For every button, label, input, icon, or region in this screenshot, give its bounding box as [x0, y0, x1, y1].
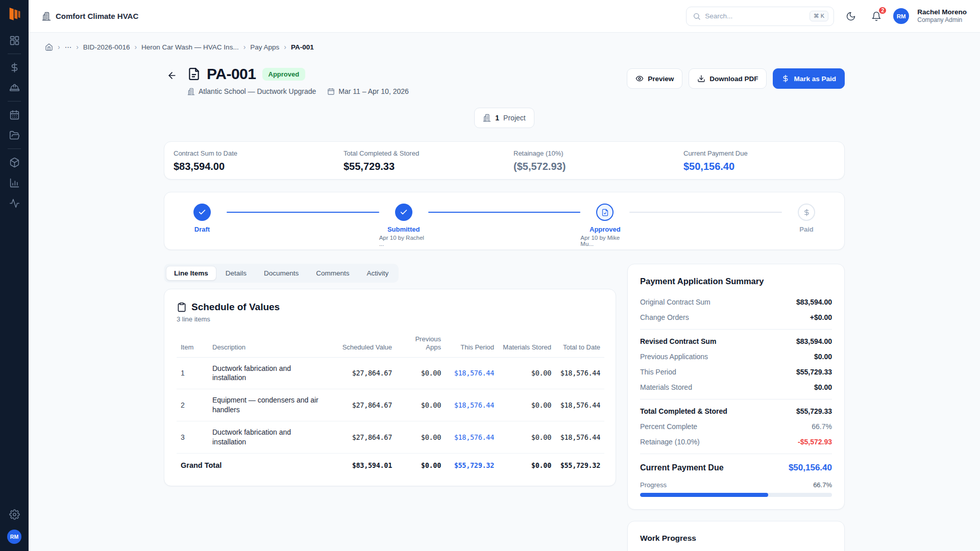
- progress-value: 66.7%: [813, 481, 832, 489]
- stat-label: Retainage (10%): [513, 149, 665, 157]
- status-stepper: Draft Submitted Apr 10 by Rachel ... App…: [164, 192, 845, 250]
- row-value: 66.7%: [812, 422, 832, 431]
- tab-line-items[interactable]: Line Items: [166, 266, 216, 281]
- project-count-chip[interactable]: 1 Project: [474, 108, 534, 128]
- app-logo-icon[interactable]: [6, 6, 22, 22]
- cell-scheduled: $27,864.67: [336, 389, 396, 421]
- nav-reports-icon[interactable]: [4, 172, 24, 193]
- status-badge: Approved: [262, 68, 306, 81]
- project-link[interactable]: Atlantic School — Ductwork Upgrade: [187, 87, 316, 95]
- cell-scheduled: $83,594.01: [336, 453, 396, 473]
- nav-dashboard-icon[interactable]: [4, 30, 24, 51]
- cell-this-period: $18,576.44: [445, 357, 498, 389]
- breadcrumb-overflow[interactable]: ⋯: [65, 43, 72, 51]
- global-search[interactable]: ⌘ K: [686, 7, 834, 26]
- sidebar-avatar[interactable]: RM: [7, 530, 21, 544]
- step-connector: [428, 212, 581, 213]
- summary-row-materials-stored: Materials Stored $0.00: [640, 380, 832, 395]
- cell-total: $18,576.44: [555, 421, 604, 454]
- tab-comments[interactable]: Comments: [308, 266, 357, 281]
- table-row[interactable]: 3 Ductwork fabrication and installation …: [177, 421, 604, 454]
- tab-documents[interactable]: Documents: [256, 266, 307, 281]
- back-button[interactable]: [164, 67, 180, 84]
- cell-scheduled: $27,864.67: [336, 357, 396, 389]
- cell-description: Equipment — condensers and air handlers: [208, 389, 336, 421]
- cell-this-period: $55,729.32: [445, 453, 498, 473]
- search-icon: [693, 12, 701, 20]
- mark-as-paid-button-label: Mark as Paid: [794, 75, 836, 83]
- project-name: Atlantic School — Ductwork Upgrade: [199, 87, 316, 95]
- cell-total: $18,576.44: [555, 389, 604, 421]
- breadcrumb-item-project[interactable]: Heron Car Wash — HVAC Ins...: [141, 43, 239, 51]
- cell-item: 2: [177, 389, 208, 421]
- row-value: $83,594.00: [796, 337, 832, 345]
- cell-this-period: $18,576.44: [445, 389, 498, 421]
- row-value: $0.00: [814, 383, 832, 391]
- tab-activity[interactable]: Activity: [359, 266, 397, 281]
- breadcrumb-item-payapps[interactable]: Pay Apps: [250, 43, 279, 51]
- summary-row-total-completed: Total Completed & Stored $55,729.33: [640, 404, 832, 419]
- work-progress-card: Work Progress 66.7% Work Completion: [627, 521, 845, 551]
- summary-strip: Contract Sum to Date $83,594.00 Total Co…: [164, 141, 845, 180]
- cell-materials: $0.00: [498, 453, 555, 473]
- breadcrumb-item-bid[interactable]: BID-2026-0016: [83, 43, 130, 51]
- stat-label: Contract Sum to Date: [174, 149, 325, 157]
- notifications-button[interactable]: 2: [868, 8, 885, 25]
- nav-settings-icon[interactable]: [4, 504, 24, 524]
- nav-calendar-icon[interactable]: [4, 105, 24, 125]
- nav-activity-icon[interactable]: [4, 193, 24, 213]
- nav-finance-icon[interactable]: [4, 57, 24, 78]
- sov-header-row: Item Description Scheduled Value Previou…: [177, 331, 604, 357]
- cell-materials: $0.00: [498, 357, 555, 389]
- step-submitted-check-icon: [395, 204, 412, 221]
- document-icon: [187, 67, 201, 81]
- preview-button-label: Preview: [648, 75, 674, 83]
- row-label: Percent Complete: [640, 422, 697, 431]
- arrow-left-icon: [167, 70, 177, 81]
- stat-label: Total Completed & Stored: [344, 149, 495, 157]
- col-this-period: This Period: [445, 331, 498, 357]
- page-title: PA-001: [207, 65, 256, 83]
- user-name: Rachel Moreno: [917, 8, 967, 16]
- download-pdf-button-label: Download PDF: [709, 75, 758, 83]
- row-label: This Period: [640, 368, 676, 376]
- row-value: $0.00: [814, 353, 832, 361]
- step-approved-file-check-icon: [596, 204, 614, 221]
- row-label: Revised Contract Sum: [640, 337, 716, 345]
- cell-description: Ductwork fabrication and installation: [208, 421, 336, 454]
- user-avatar[interactable]: RM: [893, 8, 909, 24]
- eye-icon: [635, 74, 644, 83]
- preview-button[interactable]: Preview: [627, 68, 682, 89]
- stat-label: Current Payment Due: [683, 149, 835, 157]
- nav-projects-icon[interactable]: [4, 78, 24, 98]
- user-menu[interactable]: Rachel Moreno Company Admin: [917, 8, 967, 24]
- table-row[interactable]: 1 Ductwork fabrication and installation …: [177, 357, 604, 389]
- step-label: Paid: [799, 226, 813, 233]
- cell-total: $18,576.44: [555, 357, 604, 389]
- search-input[interactable]: [705, 12, 805, 20]
- nav-materials-icon[interactable]: [4, 152, 24, 172]
- company-name: Comfort Climate HVAC: [56, 12, 138, 20]
- cell-previous: $0.00: [396, 389, 445, 421]
- download-pdf-button[interactable]: Download PDF: [689, 68, 767, 89]
- col-item: Item: [177, 331, 208, 357]
- row-label: Materials Stored: [640, 383, 692, 391]
- breadcrumb-separator: ›: [76, 43, 79, 51]
- table-row[interactable]: 2 Equipment — condensers and air handler…: [177, 389, 604, 421]
- summary-row-current-payment-due: Current Payment Due $50,156.40: [640, 458, 832, 475]
- step-label: Draft: [194, 226, 210, 233]
- sov-title: Schedule of Values: [191, 302, 280, 313]
- dark-mode-toggle[interactable]: [842, 8, 860, 25]
- breadcrumb-home-icon[interactable]: [45, 43, 53, 51]
- cell-description: Ductwork fabrication and installation: [208, 357, 336, 389]
- summary-row-previous-applications: Previous Applications $0.00: [640, 349, 832, 364]
- sov-table: Item Description Scheduled Value Previou…: [177, 331, 604, 473]
- mark-as-paid-button[interactable]: Mark as Paid: [773, 68, 845, 89]
- project-count-label: Project: [503, 114, 526, 122]
- cell-this-period: $18,576.44: [445, 421, 498, 454]
- step-paid: Paid: [782, 204, 831, 241]
- company-switcher[interactable]: Comfort Climate HVAC: [42, 12, 138, 21]
- nav-files-icon[interactable]: [4, 125, 24, 145]
- sov-line-item-count: 3 line items: [177, 315, 603, 323]
- tab-details[interactable]: Details: [217, 266, 255, 281]
